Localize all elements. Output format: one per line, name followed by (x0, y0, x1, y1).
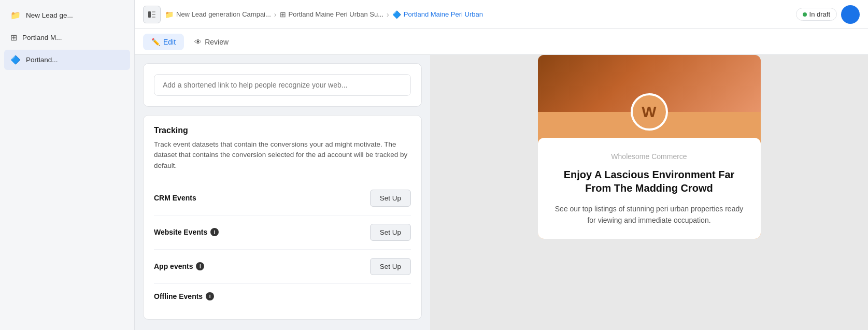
toggle-button[interactable] (841, 5, 860, 24)
tracking-row-label-0: CRM Events (154, 194, 196, 202)
tab-label-review: Review (205, 38, 229, 46)
shortened-link-card (143, 63, 422, 107)
sidebar-item-adset[interactable]: ⊞ Portland M... ··· (4, 27, 130, 48)
sidebar-toggle-button[interactable] (143, 6, 161, 23)
breadcrumb-icon-2: 🔷 (392, 10, 401, 19)
tracking-row-1: Website EventsiSet Up (154, 215, 411, 249)
info-icon-1[interactable]: i (210, 228, 219, 236)
sidebar-item-label-campaign: New Lead ge... (26, 11, 112, 19)
breadcrumb-separator-0: › (274, 10, 277, 19)
breadcrumb-item-2[interactable]: 🔷Portland Maine Peri Urban (392, 10, 483, 19)
sidebar-item-campaign[interactable]: 📁 New Lead ge... ··· (4, 5, 130, 25)
sidebar-item-icon-campaign: 📁 (10, 10, 21, 20)
content-area: Tracking Track event datasets that conta… (135, 55, 868, 330)
ad-body: Wholesome Commerce Enjoy A Lascious Envi… (538, 138, 761, 239)
preview-panel: W Wholesome Commerce Enjoy A Lascious En… (430, 55, 868, 330)
tracking-row-2: App eventsiSet Up (154, 249, 411, 283)
breadcrumb: 📁New Lead generation Campai...›⊞Portland… (165, 10, 788, 19)
svg-rect-1 (152, 11, 155, 12)
setup-button-2[interactable]: Set Up (370, 258, 411, 275)
tab-review[interactable]: 👁Review (186, 34, 237, 50)
svg-rect-3 (152, 17, 155, 18)
tab-edit[interactable]: ✏️Edit (143, 34, 184, 50)
info-icon-2[interactable]: i (196, 262, 204, 270)
tabbar: ✏️Edit👁Review (135, 29, 868, 55)
breadcrumb-item-0[interactable]: 📁New Lead generation Campai... (165, 10, 271, 19)
tracking-row-label-2: App eventsi (154, 262, 204, 270)
breadcrumb-icon-1: ⊞ (280, 10, 286, 19)
tracking-description: Track event datasets that contain the co… (154, 139, 411, 171)
svg-rect-2 (152, 14, 155, 15)
tracking-row-0: CRM EventsSet Up (154, 181, 411, 215)
ad-company: Wholesome Commerce (550, 152, 748, 161)
sidebar-item-label-ad: Portland... (26, 56, 112, 64)
svg-rect-0 (148, 11, 151, 18)
tab-icon-edit: ✏️ (151, 38, 160, 46)
tracking-row-label-3: Offline Eventsi (154, 292, 214, 300)
setup-button-1[interactable]: Set Up (370, 224, 411, 241)
status-dot (803, 12, 807, 17)
breadcrumb-separator-1: › (387, 10, 389, 19)
ad-preview: W Wholesome Commerce Enjoy A Lascious En… (538, 55, 761, 239)
tracking-row-3: Offline Eventsi (154, 283, 411, 309)
status-badge: In draft (796, 8, 837, 21)
sidebar-item-label-adset: Portland M... (22, 34, 112, 41)
sidebar-item-icon-ad: 🔷 (10, 55, 21, 65)
tracking-title: Tracking (154, 126, 411, 135)
tab-label-edit: Edit (163, 38, 176, 46)
status-label: In draft (809, 10, 830, 18)
ad-header-background: W (538, 55, 761, 112)
ad-headline: Enjoy A Lascious Environment Far From Th… (550, 168, 748, 195)
info-icon-3[interactable]: i (206, 292, 214, 300)
tab-icon-review: 👁 (194, 38, 202, 46)
main-area: 📁New Lead generation Campai...›⊞Portland… (135, 0, 868, 330)
ad-description: See our top listings of stunning peri ur… (550, 203, 748, 226)
tracking-card: Tracking Track event datasets that conta… (143, 115, 422, 320)
topbar: 📁New Lead generation Campai...›⊞Portland… (135, 0, 868, 29)
shortened-link-input[interactable] (154, 74, 411, 96)
tracking-row-label-1: Website Eventsi (154, 228, 219, 236)
avatar: W (631, 93, 668, 131)
breadcrumb-item-1[interactable]: ⊞Portland Maine Peri Urban Su... (280, 10, 384, 19)
breadcrumb-icon-0: 📁 (165, 10, 174, 19)
form-panel: Tracking Track event datasets that conta… (135, 55, 430, 330)
sidebar-item-icon-adset: ⊞ (10, 33, 17, 42)
setup-button-0[interactable]: Set Up (370, 190, 411, 207)
sidebar-item-ad[interactable]: 🔷 Portland... ··· (4, 50, 130, 70)
sidebar: 📁 New Lead ge... ··· ⊞ Portland M... ···… (0, 0, 135, 330)
